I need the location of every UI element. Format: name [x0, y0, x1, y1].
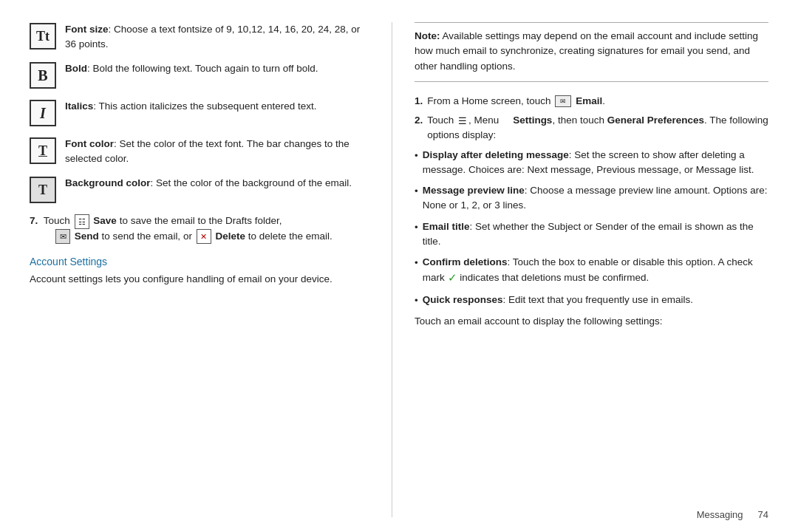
- account-settings-body: Account settings lets you configure hand…: [30, 272, 362, 287]
- bullet-text-3: Email title: Set whether the Subject or …: [423, 219, 768, 250]
- bullet-dot-2: •: [415, 184, 418, 199]
- bullet-text-4: Confirm deletions: Touch the box to enab…: [423, 255, 768, 287]
- bold-desc: : Bold the following text. Touch again t…: [87, 63, 318, 74]
- format-item-bold: B Bold: Bold the following text. Touch a…: [30, 61, 362, 89]
- bold-bold: Bold: [65, 63, 87, 74]
- left-column: Tt Font size: Choose a text fontsize of …: [30, 22, 384, 517]
- account-settings-section: Account Settings Account settings lets y…: [30, 256, 362, 287]
- send-icon: ✉: [55, 229, 70, 244]
- bullet-bold-1: Display after deleting message: [423, 149, 569, 160]
- menu-lines-icon: ☰: [458, 114, 467, 129]
- bullet-bold-3: Email title: [423, 221, 470, 232]
- bold-text: Bold: Bold the following text. Touch aga…: [65, 61, 318, 76]
- right-step-2-num: 2.: [415, 113, 423, 128]
- bullet-item-email-title: • Email title: Set whether the Subject o…: [415, 219, 768, 250]
- bullet-bold-2: Message preview line: [423, 185, 525, 196]
- fontsize-icon: Tt: [30, 23, 56, 50]
- right-step-2-general-pref: General Preferences: [607, 115, 704, 126]
- right-steps: 1. From a Home screen, touch ✉ Email. 2.…: [415, 94, 768, 143]
- bullet-dot-4: •: [415, 256, 418, 270]
- format-item-fontcolor: T Font color: Set the color of the text …: [30, 137, 362, 166]
- page: Tt Font size: Choose a text fontsize of …: [0, 0, 798, 532]
- italic-bold: Italics: [65, 100, 93, 112]
- checkmark-icon: ✓: [448, 270, 457, 287]
- bullet-dot-5: •: [415, 293, 418, 308]
- bullet-desc-4b: indicates that deletions must be confirm…: [460, 272, 649, 283]
- right-step-1-email-label: Email: [576, 95, 602, 106]
- step-7-number: 7.: [30, 215, 38, 226]
- right-step-2-text: Touch ☰, Menu Settings, then touch Gener…: [427, 113, 768, 143]
- footer: Messaging 74: [697, 509, 768, 520]
- column-divider: [392, 22, 392, 517]
- note-label: Note:: [415, 30, 440, 41]
- step-7-text-after-save: to save the email to the Drafts folder,: [120, 215, 282, 226]
- account-settings-title: Account Settings: [30, 256, 362, 267]
- format-items-list: Tt Font size: Choose a text fontsize of …: [30, 22, 362, 203]
- footer-section: Messaging: [697, 509, 743, 520]
- right-column: Note: Available settings may depend on t…: [400, 22, 768, 517]
- bullet-item-confirm-deletions: • Confirm deletions: Touch the box to en…: [415, 255, 768, 287]
- step-7-text-end: to delete the email.: [248, 231, 332, 242]
- step-7-delete-label: Delete: [215, 231, 245, 242]
- italic-icon: I: [30, 100, 56, 126]
- bullet-text-5: Quick responses: Edit text that you freq…: [423, 293, 768, 307]
- bullet-dot-1: •: [415, 149, 418, 163]
- delete-icon: ✕: [197, 229, 211, 244]
- step-7: 7. Touch ☷ Save to save the email to the…: [30, 214, 362, 244]
- format-item-bgcolor: T Background color: Set the color of the…: [30, 176, 362, 203]
- fontsize-desc: : Choose a text fontsize of 9, 10,12, 14…: [65, 24, 360, 50]
- right-step-2: 2. Touch ☰, Menu Settings, then touch Ge…: [415, 113, 768, 143]
- italic-text: Italics: This action italicizes the subs…: [65, 99, 316, 114]
- right-step-1: 1. From a Home screen, touch ✉ Email.: [415, 94, 768, 109]
- footer-page: 74: [758, 509, 768, 520]
- bgcolor-bold: Background color: [65, 177, 151, 188]
- format-item-fontsize: Tt Font size: Choose a text fontsize of …: [30, 22, 362, 51]
- bullet-list: • Display after deleting message: Set th…: [415, 148, 768, 309]
- format-item-italic: I Italics: This action italicizes the su…: [30, 99, 362, 126]
- bullet-desc-5: : Edit text that you frequently use in e…: [503, 294, 693, 305]
- bullet-bold-4: Confirm deletions: [423, 256, 508, 267]
- right-step-1-num: 1.: [415, 94, 423, 109]
- step-7-save-label: Save: [93, 215, 117, 226]
- bullet-item-display-after: • Display after deleting message: Set th…: [415, 148, 768, 178]
- fontsize-bold: Font size: [65, 24, 109, 35]
- step-7-text-middle: to send the email, or: [102, 231, 192, 242]
- bgcolor-text: Background color: Set the color of the b…: [65, 176, 352, 191]
- save-icon: ☷: [75, 214, 89, 229]
- note-box: Note: Available settings may depend on t…: [415, 22, 768, 82]
- bullet-item-quick-responses: • Quick responses: Edit text that you fr…: [415, 293, 768, 308]
- email-icon: ✉: [555, 95, 571, 107]
- bullet-desc-3: : Set whether the Subject or Sender of t…: [423, 221, 754, 247]
- fontcolor-bold: Font color: [65, 138, 114, 149]
- bullet-item-message-preview: • Message preview line: Choose a message…: [415, 183, 768, 214]
- right-step-2-settings-label: Settings: [513, 115, 552, 126]
- touch-line: Touch an email account to display the fo…: [415, 314, 768, 329]
- bullet-dot-3: •: [415, 220, 418, 235]
- bullet-bold-5: Quick responses: [423, 294, 503, 305]
- fontsize-text: Font size: Choose a text fontsize of 9, …: [65, 22, 362, 51]
- bgcolor-desc: : Set the color of the background of the…: [151, 177, 352, 188]
- bullet-text-2: Message preview line: Choose a message p…: [423, 183, 768, 214]
- bullet-text-1: Display after deleting message: Set the …: [423, 148, 768, 178]
- right-step-1-text: From a Home screen, touch ✉ Email.: [427, 94, 605, 109]
- fontcolor-icon: T: [30, 137, 56, 164]
- bgcolor-icon: T: [30, 177, 56, 203]
- bold-icon: B: [30, 62, 56, 89]
- fontcolor-text: Font color: Set the color of the text fo…: [65, 137, 362, 166]
- step-7-send-label: Send: [75, 231, 99, 242]
- step-7-text-before: Touch: [44, 215, 70, 226]
- italic-desc: : This action italicizes the subsequent …: [93, 100, 316, 112]
- note-text: Available settings may depend on the ema…: [415, 30, 758, 72]
